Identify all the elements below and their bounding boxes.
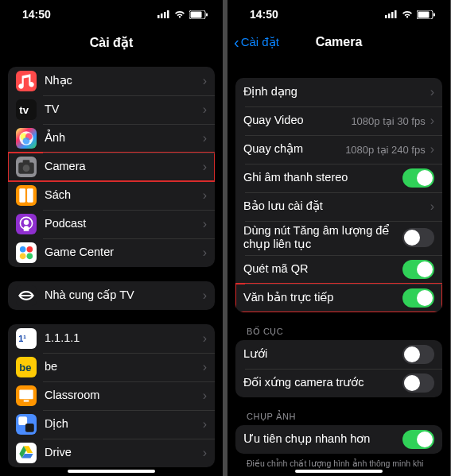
home-indicator (68, 470, 155, 473)
row-label: Dùng nút Tăng âm lượng để chụp liên tục (243, 224, 402, 252)
tvprov-icon (16, 285, 37, 306)
row-label: Định dạng (243, 85, 430, 99)
camera-row--u-ti-n-ch-p-nhanh-h-n[interactable]: Ưu tiên chụp nhanh hơn (235, 425, 442, 454)
camera-row--nh-d-ng[interactable]: Định dạng› (235, 78, 442, 106)
settings-list: Nhạc›tvTV›Ảnh›Camera›Sách›Podcast›Game C… (0, 56, 223, 467)
svg-rect-14 (23, 160, 30, 163)
camera-row-d-ng-n-t-t-ng-m-l-ng-ch-p-li-n-t-c[interactable]: Dùng nút Tăng âm lượng để chụp liên tục (235, 221, 442, 255)
camera-row-v-n-b-n-tr-c-ti-p[interactable]: Văn bản trực tiếp (235, 284, 442, 312)
svg-rect-28 (25, 424, 34, 432)
settings-row-nhà-cung-cấp-tv[interactable]: Nhà cung cấp TV› (8, 281, 215, 310)
row-label: Game Center (45, 246, 203, 259)
chevron-right-icon: › (430, 85, 434, 99)
svg-rect-15 (19, 188, 25, 202)
status-icons (157, 10, 208, 19)
toggle[interactable] (402, 345, 434, 364)
svg-rect-35 (434, 13, 435, 16)
camera-row-quay-video[interactable]: Quay Video1080p tại 30 fps› (235, 106, 442, 135)
camera-icon (16, 157, 37, 177)
toggle[interactable] (402, 373, 434, 393)
back-button[interactable]: ‹ Cài đặt (234, 29, 279, 56)
settings-row-1.1.1.1[interactable]: 1¹1.1.1.1› (8, 324, 215, 353)
camera-row-qu-t-m-qr[interactable]: Quét mã QR (235, 255, 442, 284)
row-label: Drive (45, 446, 203, 459)
row-label: Dịch (45, 417, 203, 431)
row-label: Ảnh (45, 131, 203, 145)
drive-icon (16, 443, 37, 463)
toggle[interactable] (402, 260, 434, 279)
battery-icon (417, 10, 436, 19)
svg-text:tv: tv (19, 104, 29, 116)
svg-point-22 (27, 253, 33, 260)
svg-rect-29 (385, 15, 387, 18)
svg-rect-25 (19, 389, 33, 399)
camera-row-quay-ch-m[interactable]: Quay chậm1080p tại 240 fps› (235, 135, 442, 164)
row-label: 1.1.1.1 (45, 331, 203, 345)
row-label: Podcast (45, 217, 203, 230)
camera-row-ghi-m-thanh-stereo[interactable]: Ghi âm thanh stereo (235, 164, 442, 192)
settings-row-tv[interactable]: tvTV› (8, 95, 215, 124)
row-label: Văn bản trực tiếp (243, 291, 402, 304)
books-icon (16, 185, 37, 206)
chevron-right-icon: › (203, 74, 207, 88)
battery-icon (189, 10, 208, 19)
chevron-right-icon: › (430, 142, 434, 157)
settings-row-drive[interactable]: Drive› (8, 439, 215, 467)
toggle[interactable] (402, 228, 434, 247)
section-header-capture: CHỤP ẢNH (235, 412, 442, 425)
chevron-right-icon: › (203, 217, 207, 231)
svg-text:be: be (19, 362, 31, 373)
status-time: 14:50 (250, 8, 278, 21)
chevron-right-icon: › (430, 199, 434, 214)
svg-point-13 (23, 164, 30, 172)
chevron-right-icon: › (203, 246, 207, 260)
chevron-right-icon: › (203, 160, 207, 174)
nav-header: Cài đặt (0, 29, 223, 56)
svg-rect-26 (24, 400, 29, 401)
settings-row-ảnh[interactable]: Ảnh› (8, 124, 215, 153)
chevron-left-icon: ‹ (234, 33, 239, 52)
svg-point-11 (23, 137, 30, 145)
game-icon (16, 242, 37, 263)
camera-row-l-i[interactable]: Lưới (235, 340, 442, 369)
chevron-right-icon: › (203, 331, 207, 346)
chevron-right-icon: › (203, 188, 207, 203)
row-label: Quay chậm (243, 142, 345, 156)
signal-icon (157, 10, 170, 18)
settings-row-sách[interactable]: Sách› (8, 181, 215, 210)
toggle[interactable] (402, 288, 434, 308)
camera-row-b-o-l-u-c-i-t[interactable]: Bảo lưu cài đặt› (235, 192, 442, 221)
toggle[interactable] (402, 430, 434, 449)
camera-row--i-x-ng-camera-tr-c[interactable]: Đối xứng camera trước (235, 369, 442, 397)
row-label: Quét mã QR (243, 262, 402, 276)
settings-row-camera[interactable]: Camera› (8, 153, 215, 181)
status-icons (385, 10, 436, 19)
camera-settings-list: Định dạng›Quay Video1080p tại 30 fps›Qua… (227, 56, 450, 468)
settings-row-dịch[interactable]: Dịch› (8, 410, 215, 439)
settings-row-game-center[interactable]: Game Center› (8, 238, 215, 267)
section-header-layout: BỐ CỤC (235, 327, 442, 340)
settings-row-be[interactable]: bebe› (8, 353, 215, 381)
settings-row-classroom[interactable]: Classroom› (8, 381, 215, 410)
svg-rect-5 (191, 11, 202, 17)
be-icon: be (16, 357, 37, 377)
row-detail: 1080p tại 30 fps (351, 115, 425, 127)
svg-rect-0 (157, 15, 160, 18)
row-label: be (45, 360, 203, 373)
svg-rect-32 (395, 10, 397, 18)
home-indicator (295, 470, 383, 473)
row-detail: 1080p tại 240 fps (345, 144, 426, 156)
svg-rect-27 (18, 416, 27, 425)
toggle[interactable] (402, 168, 434, 188)
row-label: Nhạc (45, 74, 203, 87)
settings-row-podcast[interactable]: Podcast› (8, 210, 215, 238)
row-label: Đối xứng camera trước (243, 376, 402, 389)
row-label: Ưu tiên chụp nhanh hơn (243, 432, 402, 446)
svg-rect-3 (167, 10, 169, 18)
footnote: Điều chỉnh chất lượng hình ảnh thông min… (235, 455, 442, 468)
settings-row-nhạc[interactable]: Nhạc› (8, 67, 215, 95)
class-icon (16, 385, 37, 406)
nav-header: ‹ Cài đặt Camera (227, 29, 450, 56)
row-label: TV (45, 103, 203, 116)
svg-rect-30 (388, 14, 391, 18)
